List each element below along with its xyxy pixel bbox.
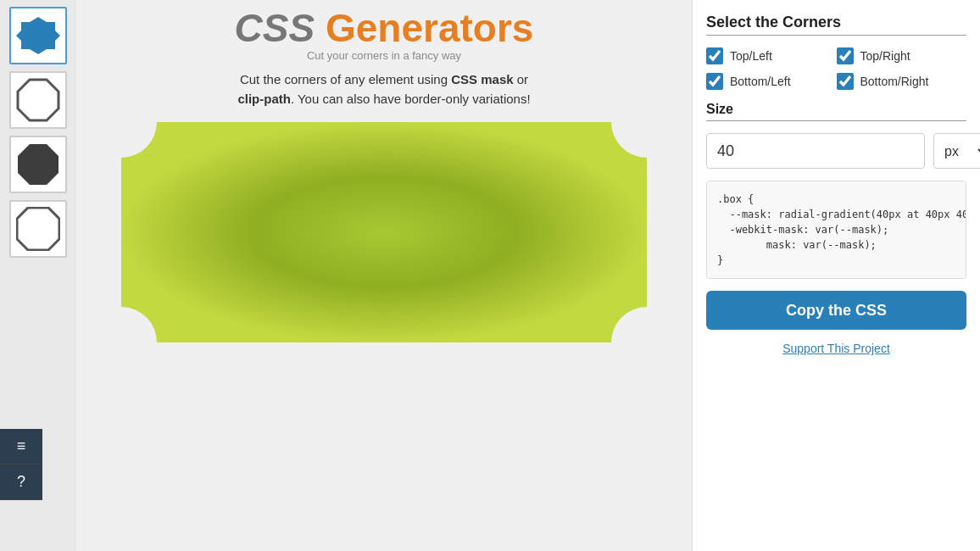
logo-subtitle: Cut your corners in a fancy way	[307, 49, 461, 62]
right-panel: Select the Corners Top/Left Top/Right Bo…	[692, 0, 980, 551]
shape-thumb-2[interactable]	[9, 71, 67, 129]
size-unit-select[interactable]: px % em rem	[933, 133, 980, 169]
checkbox-bottom-left-label: Bottom/Left	[730, 75, 791, 88]
desc-line1: Cut the corners of any element using	[240, 72, 451, 86]
desc-css-mask: CSS mask	[451, 72, 513, 86]
shape-thumb-3[interactable]	[9, 136, 67, 193]
svg-marker-3	[17, 208, 59, 250]
copy-css-button[interactable]: Copy the CSS	[706, 291, 966, 330]
checkbox-top-right-label: Top/Right	[860, 49, 910, 63]
shape-icon-1	[16, 14, 60, 58]
help-button[interactable]: ?	[0, 465, 42, 500]
svg-marker-2	[18, 144, 58, 185]
shape-thumb-4[interactable]	[9, 200, 67, 258]
svg-marker-0	[16, 17, 60, 54]
menu-button[interactable]: ≡	[0, 429, 42, 465]
logo: CSS Generators	[235, 8, 534, 47]
checkbox-bottom-right-label: Bottom/Right	[860, 75, 929, 88]
shape-thumb-1[interactable]	[9, 7, 67, 64]
logo-generators: Generators	[326, 6, 533, 50]
checkbox-top-right-input[interactable]	[837, 47, 854, 64]
size-input[interactable]	[706, 133, 925, 169]
checkbox-bottom-left[interactable]: Bottom/Left	[706, 73, 837, 90]
checkbox-top-left-label: Top/Left	[730, 49, 772, 63]
shape-icon-3	[16, 142, 60, 186]
checkboxes-grid: Top/Left Top/Right Bottom/Left Bottom/Ri…	[706, 47, 966, 90]
logo-area: CSS Generators Cut your corners in a fan…	[235, 8, 534, 62]
preview-svg	[121, 122, 647, 342]
checkbox-bottom-left-input[interactable]	[706, 73, 723, 90]
checkbox-top-right[interactable]: Top/Right	[837, 47, 967, 64]
corners-title: Select the Corners	[706, 14, 966, 36]
bottom-left-buttons: ≡ ?	[0, 429, 42, 500]
size-title: Size	[706, 102, 966, 121]
checkbox-bottom-right-input[interactable]	[837, 73, 854, 90]
svg-marker-1	[18, 80, 58, 120]
main-layout: ≡ ? CSS Generators Cut your corners in a…	[0, 0, 980, 551]
checkbox-bottom-right[interactable]: Bottom/Right	[837, 73, 967, 90]
checkbox-top-left-input[interactable]	[706, 47, 723, 64]
checkbox-top-left[interactable]: Top/Left	[706, 47, 837, 64]
support-link[interactable]: Support This Project	[706, 342, 966, 355]
help-icon: ?	[17, 473, 25, 491]
desc-or: or	[514, 72, 529, 86]
left-sidebar: ≡ ?	[0, 0, 76, 551]
desc-line2: . You can also have border-only variatio…	[291, 92, 531, 106]
size-row: px % em rem	[706, 133, 966, 169]
shape-icon-2	[16, 78, 60, 122]
preview-area	[121, 122, 647, 342]
shape-icon-4	[16, 207, 60, 251]
center-content: CSS Generators Cut your corners in a fan…	[76, 0, 692, 551]
css-code-area: .box { --mask: radial-gradient(40px at 4…	[706, 181, 966, 279]
menu-icon: ≡	[17, 437, 26, 455]
desc-clip-path: clip-path	[237, 92, 291, 106]
logo-css: CSS	[235, 6, 315, 50]
description: Cut the corners of any element using CSS…	[237, 70, 530, 109]
